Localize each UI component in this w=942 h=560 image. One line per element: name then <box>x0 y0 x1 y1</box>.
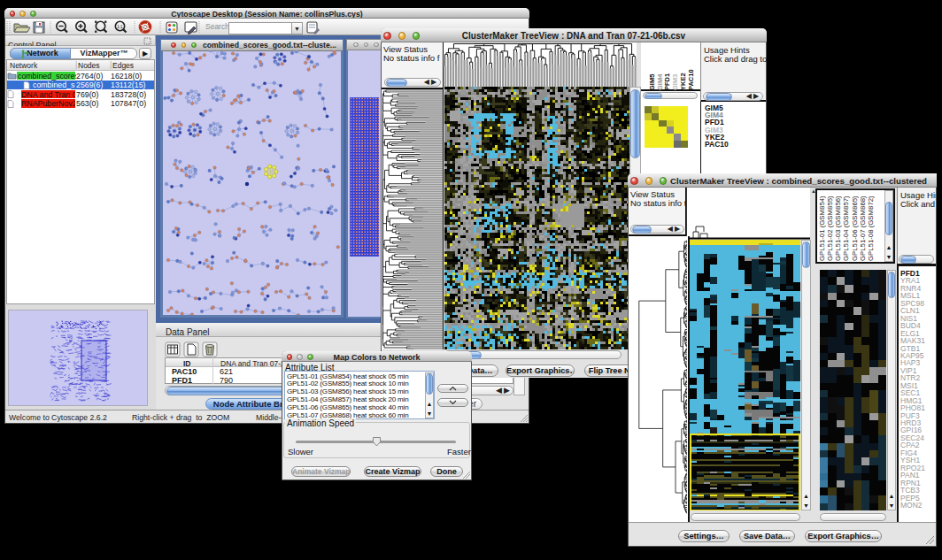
svg-text:Search:: Search: <box>205 22 231 31</box>
